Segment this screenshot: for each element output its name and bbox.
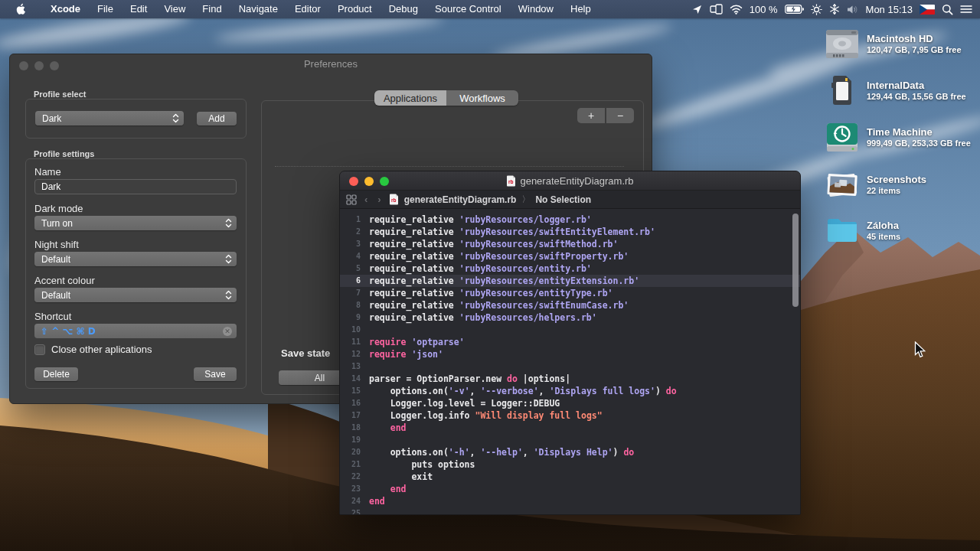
menu-item-source-control[interactable]: Source Control [426,0,510,18]
profile-select-dropdown[interactable]: Dark [35,111,184,126]
menu-item-file[interactable]: File [89,0,122,18]
code-line-24[interactable]: 24end [340,495,800,507]
close-button[interactable] [19,61,28,70]
code-line-1[interactable]: 1require_relative 'rubyResources/logger.… [340,214,800,226]
related-items-icon[interactable] [346,194,357,205]
desktop-icon-zaloha[interactable]: Záloha45 items [824,211,977,249]
menu-bar-clock[interactable]: Mon 15:13 [866,4,913,15]
name-field[interactable]: Dark [34,179,237,194]
menu-item-product[interactable]: Product [329,0,381,18]
code-line-13[interactable]: 13 [340,360,800,373]
close-other-applications-checkbox[interactable] [34,344,45,355]
code-line-20[interactable]: 20 options.on('-h', '--help', 'Displays … [340,446,800,458]
snowflake-icon[interactable] [829,4,840,15]
code-line-14[interactable]: 14parser = OptionParser.new do |options| [340,373,800,385]
code-line-25[interactable]: 25 [340,507,800,514]
code-line-22[interactable]: 22 exit [340,471,800,483]
code-lines: 1require_relative 'rubyResources/logger.… [340,214,800,514]
location-icon[interactable] [691,4,703,15]
desktop-icon-time-machine[interactable]: Time Machine999,49 GB, 253,33 GB free [824,118,977,156]
minimize-button[interactable] [34,61,44,70]
close-button[interactable] [349,177,358,186]
line-number: 25 [340,507,369,514]
menu-item-find[interactable]: Find [194,0,230,18]
line-number: 6 [340,275,369,287]
code-line-23[interactable]: 23 end [340,483,800,495]
volume-icon[interactable] [847,5,859,15]
breadcrumb-selection[interactable]: No Selection [535,194,591,205]
editor-titlebar[interactable]: rb generateEntityDiagram.rb [340,171,800,191]
code-line-12[interactable]: 12require 'json' [340,348,800,360]
code-line-15[interactable]: 15 options.on('-v', '--verbose', 'Displa… [340,385,800,397]
save-state-all-label: All [315,373,325,383]
menu-item-help[interactable]: Help [562,0,599,18]
code-line-10[interactable]: 10 [340,324,800,336]
brightness-icon[interactable] [811,4,822,15]
tab-workflows[interactable]: Workflows [446,90,518,106]
code-line-5[interactable]: 5require_relative 'rubyResources/entity.… [340,262,800,275]
input-language-flag-icon[interactable] [920,5,935,15]
forward-chevron-icon[interactable]: › [375,194,383,205]
menu-item-edit[interactable]: Edit [122,0,155,18]
breadcrumb-file[interactable]: generateEntityDiagram.rb [404,194,517,205]
code-line-4[interactable]: 4require_relative 'rubyResources/swiftPr… [340,250,800,262]
code-line-2[interactable]: 2require_relative 'rubyResources/swiftEn… [340,226,800,238]
line-number: 11 [340,336,369,348]
desktop-icon-internaldata[interactable]: InternalData129,44 GB, 15,56 GB free [824,71,977,109]
panel-tabs: Applications Workflows [374,90,518,106]
clear-shortcut-icon[interactable]: ✕ [223,327,232,336]
add-profile-button[interactable]: Add [197,112,237,126]
code-line-6[interactable]: 6require_relative 'rubyResources/entityE… [340,275,800,287]
profile-select-value: Dark [42,113,169,124]
line-text: require_relative 'rubyResources/entityTy… [369,287,613,299]
line-number: 15 [340,385,369,397]
night-shift-dropdown[interactable]: Default [34,252,237,266]
code-line-16[interactable]: 16 Logger.log.level = Logger::DEBUG [340,397,800,409]
accent-colour-dropdown[interactable]: Default [34,288,237,302]
displays-icon[interactable] [710,4,723,15]
code-line-8[interactable]: 8require_relative 'rubyResources/swiftEn… [340,299,800,311]
code-editor[interactable]: 1require_relative 'rubyResources/logger.… [340,209,800,514]
back-chevron-icon[interactable]: ‹ [362,194,370,205]
menu-item-window[interactable]: Window [510,0,562,18]
desktop-icon-screenshots[interactable]: Screenshots22 items [824,165,977,204]
code-line-18[interactable]: 18 end [340,422,800,434]
add-application-button[interactable]: + [577,108,605,123]
code-line-9[interactable]: 9require_relative 'rubyResources/helpers… [340,311,800,324]
menu-item-xcode[interactable]: Xcode [42,0,89,18]
line-text: require 'json' [369,348,443,360]
line-number: 20 [340,446,369,458]
line-number: 10 [340,324,369,336]
line-text: require_relative 'rubyResources/swiftEnt… [369,226,655,238]
notification-center-icon[interactable] [960,5,972,14]
menu-item-debug[interactable]: Debug [381,0,426,18]
minimize-button[interactable] [364,177,374,186]
apple-menu-icon[interactable] [15,3,27,15]
code-line-7[interactable]: 7require_relative 'rubyResources/entityT… [340,287,800,299]
shortcut-field[interactable]: ⇧ ^ ⌥ ⌘ D ✕ [34,324,237,338]
code-line-17[interactable]: 17 Logger.log.info "Will display full lo… [340,409,800,422]
dark-mode-dropdown[interactable]: Turn on [34,216,237,230]
editor-scrollbar-thumb[interactable] [792,214,799,307]
desktop-icon-macintosh-hd[interactable]: Macintosh HD120,47 GB, 7,95 GB free [824,24,977,63]
line-number: 1 [340,214,369,226]
code-line-21[interactable]: 21 puts options [340,458,800,471]
delete-button[interactable]: Delete [34,367,78,381]
tab-applications[interactable]: Applications [374,90,446,106]
desktop-icon-detail: 999,49 GB, 253,33 GB free [867,139,971,148]
code-line-3[interactable]: 3require_relative 'rubyResources/swiftMe… [340,238,800,250]
remove-application-button[interactable]: − [606,108,634,123]
spotlight-search-icon[interactable] [942,4,953,15]
zoom-button[interactable] [50,61,59,70]
menu-item-editor[interactable]: Editor [286,0,329,18]
preferences-titlebar[interactable]: Preferences [10,54,652,76]
editor-window-title: generateEntityDiagram.rb [520,175,633,187]
menu-item-view[interactable]: View [155,0,194,18]
line-text: end [369,483,406,495]
menu-item-navigate[interactable]: Navigate [230,0,286,18]
code-line-19[interactable]: 19 [340,434,800,446]
code-line-11[interactable]: 11require 'optparse' [340,336,800,348]
zoom-button[interactable] [380,177,389,186]
wifi-icon[interactable] [730,5,743,15]
save-button[interactable]: Save [194,367,237,381]
